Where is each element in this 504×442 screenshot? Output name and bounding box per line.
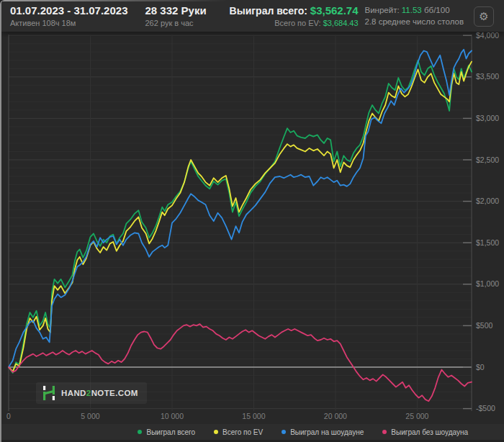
y-axis-label: $3,000 (476, 114, 499, 122)
winrate-unit: бб/100 (424, 6, 450, 14)
series-line-blue (9, 50, 472, 367)
y-axis-label: $0 (476, 363, 485, 371)
avg-tables: 2.8 среднее число столов (365, 17, 464, 28)
chart-area: $4,000$3,500$3,000$2,500$2,000$1,500$1,0… (1, 32, 504, 424)
x-axis-label: 0 (6, 412, 11, 420)
legend-dot-yellow (214, 430, 218, 434)
x-axis-label: 25 000 (405, 412, 428, 420)
hand2note-graph-window: 01.07.2023 - 31.07.2023 Активен 108ч 18м… (0, 0, 504, 442)
active-time: Активен 108ч 18м (10, 19, 127, 29)
hands-block: 28 332 Руки 262 рук в час (145, 4, 206, 29)
legend-dot-pink (382, 430, 387, 434)
legend-dot-green (138, 430, 142, 434)
winrate-value: 11.53 (402, 6, 422, 14)
series-line-yellow (9, 62, 472, 371)
legend-label: Выиграл всего (146, 428, 195, 436)
y-axis-label: $2,000 (476, 197, 499, 205)
y-axis-label: $500 (476, 321, 493, 330)
hand2note-logo-icon (42, 385, 56, 401)
legend-dot-blue (282, 430, 286, 434)
date-range-block[interactable]: 01.07.2023 - 31.07.2023 Активен 108ч 18м (10, 4, 127, 29)
hand2note-logo-text: HAND2NOTE.COM (61, 389, 138, 397)
settings-button[interactable]: ⚙ (474, 6, 494, 27)
date-range[interactable]: 01.07.2023 - 31.07.2023 (10, 4, 127, 18)
winnings-block: Выиграл всего: $3,562.74 Всего по EV: $3… (230, 4, 359, 29)
hands-count: 28 332 Руки (145, 4, 206, 18)
x-axis-label: 15 000 (242, 412, 265, 420)
legend-label: Выиграл без шоудауна (391, 428, 468, 436)
y-axis-label: $1,500 (476, 238, 499, 247)
winrate-label: Винрейт: (365, 6, 400, 14)
hands-per-hour: 262 рук в час (145, 19, 206, 29)
y-axis-label: $3,500 (476, 72, 499, 81)
winnings-chart[interactable]: $4,000$3,500$3,000$2,500$2,000$1,500$1,0… (1, 32, 504, 424)
gear-icon: ⚙ (479, 10, 488, 22)
legend-item[interactable]: Всего по EV (214, 428, 263, 436)
legend-label: Всего по EV (222, 428, 263, 436)
total-won-value: $3,562.74 (310, 4, 359, 17)
x-axis-label: 10 000 (161, 412, 184, 420)
legend-label: Выиграл на шоудауне (290, 428, 364, 436)
y-axis-label: $2,500 (476, 155, 499, 164)
series-line-green (9, 60, 472, 373)
chart-legend: Выиграл всегоВсего по EVВыиграл на шоуда… (1, 424, 504, 440)
y-axis-label: $1,000 (476, 279, 499, 288)
legend-item[interactable]: Выиграл всего (138, 428, 195, 436)
legend-item[interactable]: Выиграл без шоудауна (382, 428, 468, 436)
x-axis-label: 5 000 (81, 412, 99, 420)
y-axis-label: $4,000 (476, 32, 499, 40)
stats-header: 01.07.2023 - 31.07.2023 Активен 108ч 18м… (1, 0, 504, 32)
ev-label: Всего по EV: (274, 19, 320, 27)
legend-item[interactable]: Выиграл на шоудауне (282, 428, 364, 436)
total-won-label: Выиграл всего: (230, 5, 307, 17)
hand2note-logo[interactable]: HAND2NOTE.COM (36, 382, 147, 404)
ev-value: $3,684.43 (323, 19, 359, 27)
x-axis-label: 20 000 (324, 412, 347, 420)
y-axis-label: -$500 (476, 404, 495, 412)
winrate-block: Винрейт: 11.53 бб/100 2.8 среднее число … (365, 4, 464, 29)
